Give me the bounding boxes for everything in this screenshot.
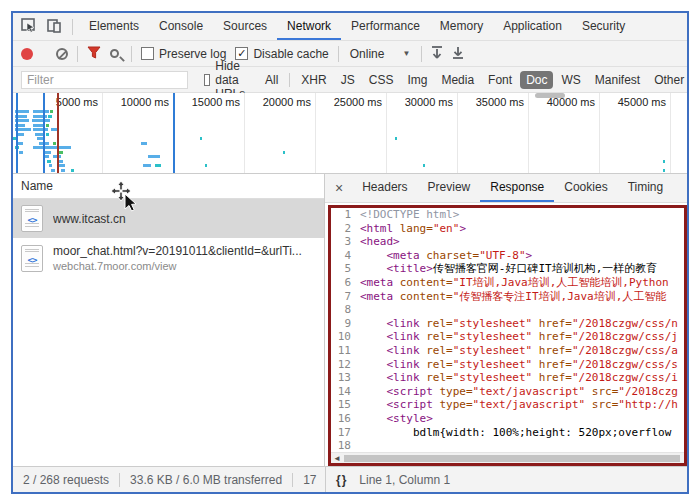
code-token: href= bbox=[532, 330, 572, 343]
device-toolbar-icon[interactable] bbox=[47, 18, 62, 36]
horizontal-scrollbar[interactable]: ◄ bbox=[331, 452, 684, 463]
code-token: <head> bbox=[360, 235, 400, 248]
tab-sources[interactable]: Sources bbox=[213, 13, 277, 40]
details-tab-response[interactable]: Response bbox=[480, 174, 554, 202]
overview-gridline bbox=[244, 93, 245, 173]
code-token: 传智播客官网-好口碑IT培训机构,一样的教育 bbox=[433, 262, 658, 275]
filter-type-all[interactable]: All bbox=[259, 71, 284, 89]
line-number: 15 bbox=[331, 398, 351, 412]
filter-input[interactable] bbox=[21, 71, 188, 89]
filter-type-img[interactable]: Img bbox=[401, 71, 433, 89]
filter-type-media[interactable]: Media bbox=[435, 71, 480, 89]
code-token: "/2018czgw/css/n bbox=[572, 317, 678, 330]
overview-gridline bbox=[315, 93, 316, 173]
code-glyph: <> bbox=[22, 215, 42, 225]
code-token: "/2018czg bbox=[618, 385, 678, 398]
code-line: bdlm{width: 100%;height: 520px;overflow bbox=[360, 426, 684, 440]
tab-performance[interactable]: Performance bbox=[341, 13, 430, 40]
filter-type-js[interactable]: JS bbox=[335, 71, 361, 89]
details-tab-cookies[interactable]: Cookies bbox=[554, 174, 617, 202]
details-tab-timing[interactable]: Timing bbox=[618, 174, 674, 202]
filter-toggle-icon[interactable] bbox=[87, 46, 101, 62]
checkbox-unchecked[interactable] bbox=[141, 47, 154, 60]
line-number: 6 bbox=[331, 276, 351, 290]
code-token: content= bbox=[393, 290, 453, 303]
line-number: 5 bbox=[331, 262, 351, 276]
details-tab-preview[interactable]: Preview bbox=[418, 174, 481, 202]
search-icon[interactable] bbox=[110, 49, 119, 58]
waterfall-bar bbox=[200, 137, 202, 140]
tab-console[interactable]: Console bbox=[149, 13, 213, 40]
requests-count: 2 / 268 requests bbox=[23, 473, 109, 487]
filter-type-css[interactable]: CSS bbox=[363, 71, 400, 89]
clear-button[interactable] bbox=[56, 48, 68, 60]
code-line: <meta charset="UTF-8"> bbox=[360, 249, 684, 263]
scrollbar-thumb[interactable] bbox=[344, 455, 680, 462]
checkbox-unchecked[interactable] bbox=[204, 74, 210, 86]
code-token bbox=[360, 262, 387, 275]
waterfall-bar bbox=[148, 155, 160, 158]
request-row[interactable]: <>moor_chat.html?v=20191011&clientId=&ur… bbox=[13, 238, 324, 278]
devtools-window: ElementsConsoleSourcesNetworkPerformance… bbox=[11, 11, 689, 494]
disable-cache-label: Disable cache bbox=[253, 47, 328, 61]
code-line bbox=[360, 303, 684, 317]
tab-elements[interactable]: Elements bbox=[79, 13, 149, 40]
tab-application[interactable]: Application bbox=[493, 13, 572, 40]
code-token: "stylesheet" bbox=[453, 317, 532, 330]
waterfall-bar bbox=[46, 133, 49, 136]
filter-type-manifest[interactable]: Manifest bbox=[589, 71, 646, 89]
scroll-left-icon[interactable]: ◄ bbox=[333, 454, 341, 463]
network-overview[interactable]: 5000 ms10000 ms15000 ms20000 ms25000 ms3… bbox=[13, 93, 687, 174]
overview-gridline bbox=[670, 93, 671, 173]
filter-type-other[interactable]: Other bbox=[648, 71, 689, 89]
overview-tick-label: 35000 ms bbox=[476, 96, 524, 108]
chevron-down-icon: ▼ bbox=[402, 49, 410, 58]
line-number: 7 bbox=[331, 290, 351, 304]
details-tab-headers[interactable]: Headers bbox=[352, 174, 417, 202]
tab-network[interactable]: Network bbox=[277, 13, 341, 40]
record-button[interactable] bbox=[21, 48, 33, 60]
throttling-select[interactable]: Online ▼ bbox=[348, 47, 413, 61]
request-details-pane: × HeadersPreviewResponseCookiesTiming 12… bbox=[325, 174, 687, 466]
waterfall-bar bbox=[71, 169, 74, 172]
code-token: href= bbox=[532, 358, 572, 371]
response-source-viewer[interactable]: 123456789101112131415161718 <!DOCTYPE ht… bbox=[331, 208, 684, 452]
waterfall-bar bbox=[33, 146, 71, 149]
code-token: "stylesheet" bbox=[453, 344, 532, 357]
code-token: > bbox=[459, 222, 466, 235]
code-token: "UTF-8" bbox=[479, 249, 525, 262]
tab-memory[interactable]: Memory bbox=[430, 13, 493, 40]
overview-gridline bbox=[386, 93, 387, 173]
load-event-line bbox=[16, 93, 18, 173]
export-har-icon[interactable] bbox=[452, 46, 464, 62]
filter-type-ws[interactable]: WS bbox=[555, 71, 586, 89]
network-toolbar: Preserve log ✓ Disable cache Online ▼ bbox=[13, 40, 687, 67]
load-event-line bbox=[43, 93, 45, 173]
close-icon[interactable]: × bbox=[325, 180, 352, 196]
request-domain: webchat.7moor.com/view bbox=[53, 260, 302, 272]
line-number: 8 bbox=[331, 303, 351, 317]
code-token: "IT培训,Java培训,人工智能培训,Python bbox=[453, 276, 669, 289]
response-code: <!DOCTYPE html><html lang="en"><head> <m… bbox=[356, 208, 684, 452]
code-token: <meta bbox=[360, 290, 393, 303]
code-token: src= bbox=[585, 398, 618, 411]
request-row[interactable]: <>www.itcast.cn bbox=[13, 199, 324, 238]
code-line: <head> bbox=[360, 235, 684, 249]
code-token: <link bbox=[387, 317, 420, 330]
line-number: 16 bbox=[331, 412, 351, 426]
filter-type-font[interactable]: Font bbox=[482, 71, 518, 89]
overview-tick-label: 25000 ms bbox=[334, 96, 382, 108]
load-event-line bbox=[173, 93, 175, 173]
import-har-icon[interactable] bbox=[431, 46, 443, 62]
overview-tick-label: 15000 ms bbox=[192, 96, 240, 108]
tab-security[interactable]: Security bbox=[572, 13, 635, 40]
filter-type-doc[interactable]: Doc bbox=[520, 71, 553, 89]
filter-type-xhr[interactable]: XHR bbox=[295, 71, 332, 89]
inspect-element-icon[interactable] bbox=[21, 18, 37, 36]
format-braces-icon[interactable]: {} bbox=[336, 473, 347, 487]
code-token bbox=[360, 398, 387, 411]
name-column-header[interactable]: Name bbox=[13, 174, 324, 199]
code-line: <script type="text/javascript" src="/201… bbox=[360, 385, 684, 399]
code-token: rel= bbox=[420, 358, 453, 371]
code-token: > bbox=[526, 249, 533, 262]
